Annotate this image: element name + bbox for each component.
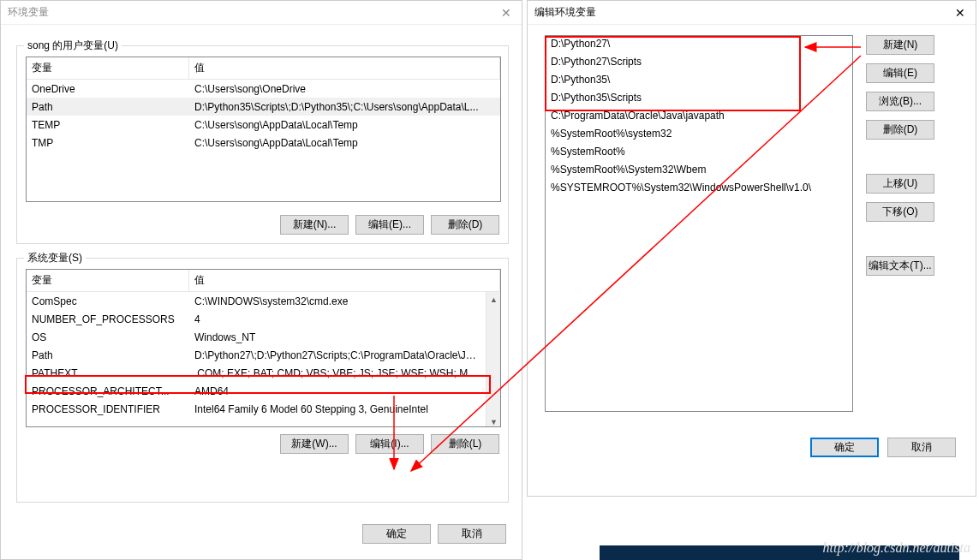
sys-vars-label: 系统变量(S) — [24, 251, 86, 265]
list-item[interactable]: D:\Python27\ — [546, 36, 852, 54]
edit-text-button[interactable]: 编辑文本(T)... — [866, 256, 934, 276]
var-name: Path — [27, 349, 189, 361]
var-name: PATHEXT — [27, 367, 189, 379]
var-value: C:\WINDOWS\system32\cmd.exe — [189, 295, 486, 307]
close-icon[interactable]: ✕ — [498, 6, 515, 20]
user-vars-table[interactable]: 变量 值 OneDriveC:\Users\song\OneDrivePathD… — [26, 57, 501, 202]
table-row[interactable]: PathD:\Python27\;D:\Python27\Scripts;C:\… — [27, 346, 486, 364]
var-value: C:\Users\song\AppData\Local\Temp — [189, 119, 500, 131]
sys-new-button[interactable]: 新建(W)... — [280, 434, 349, 454]
edit-button[interactable]: 编辑(E) — [866, 63, 934, 83]
table-row[interactable]: PATHEXT.COM;.EXE;.BAT;.CMD;.VBS;.VBE;.JS… — [27, 364, 486, 382]
var-name: PROCESSOR_IDENTIFIER — [27, 403, 189, 415]
col-var[interactable]: 变量 — [27, 57, 189, 79]
var-name: OneDrive — [27, 83, 189, 95]
sys-delete-button[interactable]: 删除(L) — [431, 434, 499, 454]
list-item[interactable]: %SystemRoot% — [546, 144, 852, 162]
list-item[interactable]: C:\ProgramData\Oracle\Java\javapath — [546, 108, 852, 126]
sys-edit-button[interactable]: 编辑(I)... — [355, 434, 424, 454]
delete-button[interactable]: 删除(D) — [866, 120, 934, 140]
user-new-button[interactable]: 新建(N)... — [280, 215, 349, 235]
table-row[interactable]: TMPC:\Users\song\AppData\Local\Temp — [27, 134, 500, 152]
var-name: NUMBER_OF_PROCESSORS — [27, 313, 189, 325]
new-button[interactable]: 新建(N) — [866, 35, 934, 55]
list-item[interactable]: D:\Python35\Scripts — [546, 90, 852, 108]
env-vars-dialog: 环境变量 ✕ song 的用户变量(U) 变量 值 OneDriveC:\Use… — [0, 0, 522, 560]
col-var[interactable]: 变量 — [27, 270, 189, 291]
dialog-title: 环境变量 — [8, 5, 498, 20]
var-name: Path — [27, 101, 189, 113]
list-item[interactable]: D:\Python35\ — [546, 72, 852, 90]
col-val[interactable]: 值 — [189, 57, 500, 79]
move-up-button[interactable]: 上移(U) — [866, 174, 934, 194]
table-row[interactable]: TEMPC:\Users\song\AppData\Local\Temp — [27, 116, 500, 134]
var-name: ComSpec — [27, 295, 189, 307]
table-row[interactable]: OneDriveC:\Users\song\OneDrive — [27, 80, 500, 98]
titlebar: 环境变量 ✕ — [1, 1, 522, 25]
list-item[interactable]: %SystemRoot%\system32 — [546, 126, 852, 144]
var-value: C:\Users\song\AppData\Local\Temp — [189, 137, 500, 149]
path-list[interactable]: D:\Python27\D:\Python27\ScriptsD:\Python… — [545, 35, 853, 412]
var-value: Intel64 Family 6 Model 60 Stepping 3, Ge… — [189, 403, 486, 415]
sys-vars-group: 系统变量(S) 变量 值 ComSpecC:\WINDOWS\system32\… — [16, 258, 509, 503]
user-vars-group: song 的用户变量(U) 变量 值 OneDriveC:\Users\song… — [16, 45, 509, 244]
user-edit-button[interactable]: 编辑(E)... — [355, 215, 424, 235]
sys-vars-table[interactable]: 变量 值 ComSpecC:\WINDOWS\system32\cmd.exeN… — [26, 269, 501, 427]
table-row[interactable]: PathD:\Python35\Scripts\;D:\Python35\;C:… — [27, 98, 500, 116]
move-down-button[interactable]: 下移(O) — [866, 202, 934, 222]
var-value: AMD64 — [189, 385, 486, 397]
var-name: TMP — [27, 137, 189, 149]
watermark: http://blog.csdn.net/autista — [823, 540, 970, 556]
ok-button[interactable]: 确定 — [362, 524, 431, 544]
var-value: C:\Users\song\OneDrive — [189, 83, 500, 95]
edit-env-var-dialog: 编辑环境变量 ✕ D:\Python27\D:\Python27\Scripts… — [527, 0, 976, 497]
table-row[interactable]: OSWindows_NT — [27, 328, 486, 346]
scroll-up-icon[interactable]: ▲ — [487, 292, 501, 307]
list-item[interactable]: %SystemRoot%\System32\Wbem — [546, 162, 852, 180]
user-delete-button[interactable]: 删除(D) — [431, 215, 499, 235]
scroll-down-icon[interactable]: ▼ — [487, 414, 501, 427]
list-item[interactable]: D:\Python27\Scripts — [546, 54, 852, 72]
var-name: TEMP — [27, 119, 189, 131]
var-name: PROCESSOR_ARCHITECT... — [27, 385, 189, 397]
close-icon[interactable]: ✕ — [952, 6, 969, 20]
table-header: 变量 值 — [27, 57, 500, 80]
table-row[interactable]: ComSpecC:\WINDOWS\system32\cmd.exe — [27, 292, 486, 310]
user-vars-label: song 的用户变量(U) — [24, 39, 122, 53]
var-value: D:\Python27\;D:\Python27\Scripts;C:\Prog… — [189, 349, 486, 361]
browse-button[interactable]: 浏览(B)... — [866, 92, 934, 111]
cancel-button[interactable]: 取消 — [887, 438, 956, 457]
var-value: D:\Python35\Scripts\;D:\Python35\;C:\Use… — [189, 101, 500, 113]
cancel-button[interactable]: 取消 — [438, 524, 506, 544]
list-item[interactable]: %SYSTEMROOT%\System32\WindowsPowerShell\… — [546, 180, 852, 198]
dialog-title: 编辑环境变量 — [534, 5, 952, 20]
col-val[interactable]: 值 — [189, 270, 500, 291]
var-name: OS — [27, 331, 189, 343]
var-value: 4 — [189, 313, 486, 325]
var-value: .COM;.EXE;.BAT;.CMD;.VBS;.VBE;.JS;.JSE;.… — [189, 367, 486, 379]
scrollbar[interactable]: ▲ ▼ — [486, 292, 500, 427]
var-value: Windows_NT — [189, 331, 486, 343]
table-row[interactable]: PROCESSOR_ARCHITECT...AMD64 — [27, 382, 486, 400]
titlebar: 编辑环境变量 ✕ — [528, 1, 976, 25]
table-header: 变量 值 — [27, 270, 500, 292]
table-row[interactable]: PROCESSOR_IDENTIFIERIntel64 Family 6 Mod… — [27, 400, 486, 418]
table-row[interactable]: NUMBER_OF_PROCESSORS4 — [27, 310, 486, 328]
ok-button[interactable]: 确定 — [810, 438, 879, 457]
